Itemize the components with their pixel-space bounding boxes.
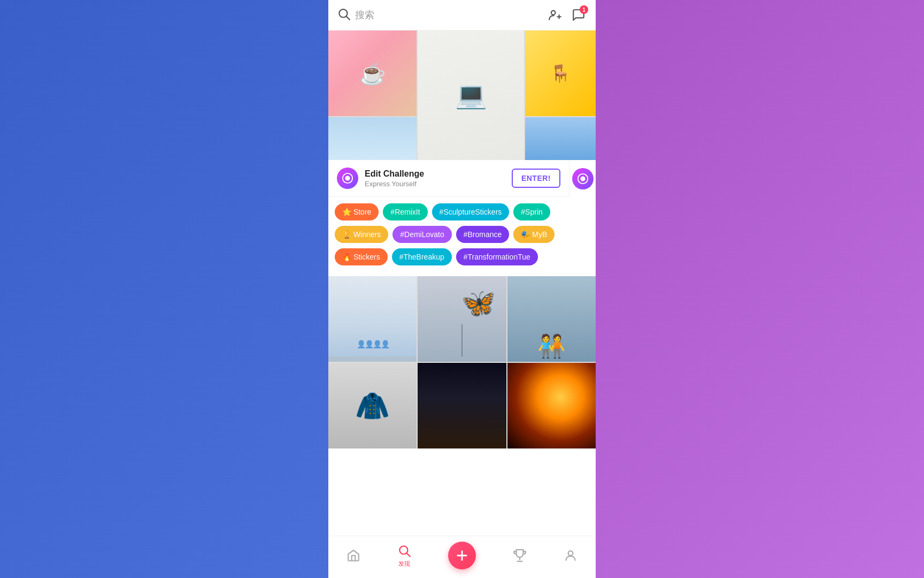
enter-button[interactable]: ENTER! — [512, 169, 560, 188]
photo-bokeh[interactable] — [507, 363, 596, 448]
add-friend-icon[interactable] — [546, 6, 564, 24]
tags-row-1: ⭐ Store #RemixIt #SculptureStickers #Spr… — [335, 203, 589, 220]
nav-discover[interactable]: 发现 — [397, 544, 411, 568]
tag-demi-lovato[interactable]: #DemiLovato — [392, 226, 452, 243]
app-header: 搜索 1 — [328, 0, 596, 31]
svg-line-1 — [346, 17, 350, 20]
tags-row-3: 🔥 Stickers #TheBreakup #TransformationTu… — [335, 248, 589, 265]
message-badge: 1 — [580, 5, 588, 14]
header-actions: 1 — [546, 6, 587, 24]
phone-screen: 搜索 1 ☕ — [328, 0, 596, 578]
banner-blue-image[interactable] — [525, 117, 596, 160]
tag-sculpture-stickers[interactable]: #SculptureStickers — [432, 203, 510, 220]
photo-silhouette[interactable]: 🧥 — [328, 363, 417, 448]
tag-the-breakup[interactable]: #TheBreakup — [392, 248, 452, 265]
tag-store[interactable]: ⭐ Store — [335, 203, 379, 220]
nav-profile[interactable] — [564, 549, 578, 562]
message-icon[interactable]: 1 — [570, 6, 587, 24]
banner-grid: ☕ 💻 🪑 — [328, 31, 596, 160]
search-placeholder-text: 搜索 — [355, 9, 546, 21]
svg-point-6 — [345, 176, 350, 180]
photo-butterfly-city[interactable]: 🦋 — [418, 276, 506, 362]
banner-coffee-image[interactable]: ☕ — [328, 31, 417, 116]
challenge-card[interactable]: Edit Challenge Express Yourself ENTER! — [328, 160, 569, 197]
svg-point-8 — [580, 176, 585, 181]
photo-grid: 👤👤👤👤 🦋 🧑‍🤝‍🧑 🧥 — [328, 276, 596, 448]
challenge-logo — [337, 168, 358, 189]
bottom-navigation: 发现 — [328, 536, 596, 578]
challenge-row: Edit Challenge Express Yourself ENTER! — [328, 160, 596, 197]
banner-laptop-image[interactable]: 💻 — [418, 31, 523, 160]
tag-remixit[interactable]: #RemixIt — [383, 203, 427, 220]
tags-section: ⭐ Store #RemixIt #SculptureStickers #Spr… — [328, 198, 596, 276]
main-scroll-area[interactable]: ☕ 💻 🪑 — [328, 31, 596, 536]
tag-spring[interactable]: #Sprin — [513, 203, 550, 220]
tag-winners[interactable]: 🏆 Winners — [335, 226, 388, 243]
challenge-title: Edit Challenge — [365, 169, 512, 179]
banner-sky-image[interactable] — [328, 117, 417, 160]
nav-add-button[interactable] — [448, 542, 476, 569]
challenge-card-partial — [569, 160, 596, 197]
tag-myb[interactable]: 🎭 MyB — [513, 226, 555, 243]
tag-transformation-tue[interactable]: #TransformationTue — [456, 248, 538, 265]
search-icon[interactable] — [337, 7, 351, 23]
nav-home[interactable] — [346, 549, 360, 562]
partial-challenge-logo — [572, 168, 594, 189]
photo-dark-landscape[interactable] — [418, 363, 506, 448]
left-background — [0, 0, 328, 578]
photo-fog-people[interactable]: 👤👤👤👤 — [328, 276, 417, 362]
tag-bromance[interactable]: #Bromance — [456, 226, 510, 243]
challenge-info: Edit Challenge Express Yourself — [365, 169, 512, 188]
svg-point-15 — [568, 551, 573, 556]
challenge-subtitle: Express Yourself — [365, 180, 512, 188]
right-background — [596, 0, 924, 578]
tag-stickers[interactable]: 🔥 Stickers — [335, 248, 388, 265]
photo-couple[interactable]: 🧑‍🤝‍🧑 — [507, 276, 596, 362]
banner-chair-image[interactable]: 🪑 — [525, 31, 596, 116]
svg-line-10 — [407, 553, 410, 556]
nav-trophy[interactable] — [513, 549, 527, 562]
nav-discover-label: 发现 — [398, 560, 410, 568]
tags-row-2: 🏆 Winners #DemiLovato #Bromance 🎭 MyB — [335, 226, 589, 243]
svg-point-2 — [551, 11, 556, 15]
